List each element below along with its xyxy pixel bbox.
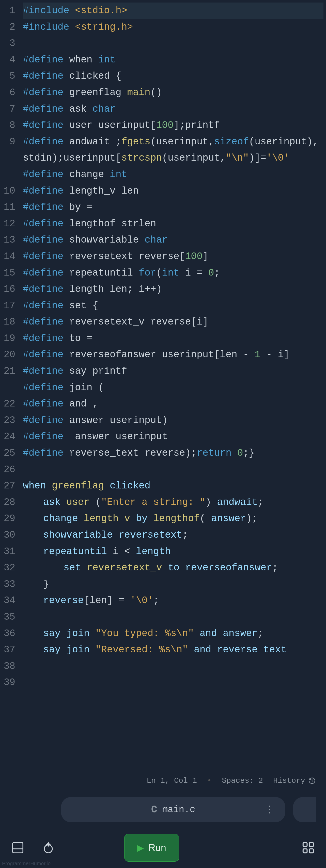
line-number: 30	[0, 527, 15, 544]
code-line[interactable]: #define when int	[23, 52, 323, 68]
code-line[interactable]: #define length_v len	[23, 183, 323, 199]
line-number: 38	[0, 658, 15, 675]
line-number: 4	[0, 52, 15, 68]
line-number: 39	[0, 674, 15, 707]
apps-grid-icon[interactable]	[301, 840, 316, 855]
history-button[interactable]: History	[273, 776, 316, 785]
svg-rect-4	[309, 843, 314, 847]
line-number: 2	[0, 19, 15, 35]
watermark: ProgrammerHumor.io	[2, 861, 51, 866]
tab-bar: C main.c ⋮	[0, 792, 326, 828]
line-number: 7	[0, 101, 15, 118]
code-line[interactable]: repeatuntil i < length	[23, 544, 323, 560]
ai-sparkle-icon[interactable]	[40, 840, 56, 855]
line-number: 14	[0, 248, 15, 265]
code-line[interactable]: }	[23, 576, 323, 593]
history-icon	[308, 777, 316, 784]
tab-filename: main.c	[162, 805, 195, 815]
code-line[interactable]: #define reverse_text reverse);return 0;}	[23, 445, 323, 462]
code-line[interactable]: #define reversetext_v reverse[i]	[23, 314, 323, 330]
line-number: 28	[0, 494, 15, 511]
code-line[interactable]	[23, 462, 323, 478]
code-line[interactable]: #include <string.h>	[23, 19, 323, 35]
line-number: 18	[0, 314, 15, 330]
code-line[interactable]: #define to =	[23, 330, 323, 347]
code-line[interactable]: #define and ,	[23, 396, 323, 412]
next-tab-stub[interactable]	[293, 797, 316, 822]
line-number: 17	[0, 298, 15, 314]
line-number: 10	[0, 183, 15, 199]
code-line[interactable]: #define ask char	[23, 101, 323, 118]
panel-layout-icon[interactable]	[10, 840, 25, 855]
code-line[interactable]: #include <stdio.h>	[23, 3, 323, 19]
line-number: 13	[0, 232, 15, 248]
line-number: 3	[0, 35, 15, 52]
code-line[interactable]: showvariable reversetext;	[23, 527, 323, 544]
code-line[interactable]: #define andwait ;fgets(userinput,sizeof(…	[23, 134, 323, 166]
line-number: 20	[0, 347, 15, 363]
line-number: 32	[0, 560, 15, 576]
file-tab-main[interactable]: C main.c ⋮	[61, 797, 286, 822]
code-line[interactable]: #define reverseofanswer userinput[len - …	[23, 347, 323, 363]
c-language-icon: C	[151, 804, 157, 815]
code-line[interactable]: when greenflag clicked	[23, 478, 323, 494]
code-line[interactable]: reverse[len] = '\0';	[23, 592, 323, 609]
line-number: 37	[0, 642, 15, 658]
code-line[interactable]: #define _answer userinput	[23, 429, 323, 445]
line-number: 34	[0, 592, 15, 609]
run-label: Run	[148, 842, 166, 853]
code-line[interactable]: ask user ("Enter a string: ") andwait;	[23, 494, 323, 511]
code-line[interactable]: #define lengthof strlen	[23, 216, 323, 232]
code-line[interactable]	[23, 609, 323, 625]
status-bar: Ln 1, Col 1 • Spaces: 2 History	[0, 769, 326, 792]
line-number: 36	[0, 625, 15, 642]
code-content[interactable]: #include <stdio.h>#include <string.h> #d…	[23, 3, 326, 769]
line-number: 33	[0, 576, 15, 593]
line-number: 1	[0, 3, 15, 19]
code-editor[interactable]: 1234567891011121314151617181920212223242…	[0, 0, 326, 769]
line-number: 25	[0, 445, 15, 462]
line-number: 22	[0, 396, 15, 412]
run-button[interactable]: ▶ Run	[124, 834, 179, 862]
code-line[interactable]: #define user userinput[100];printf	[23, 117, 323, 134]
svg-rect-6	[309, 849, 314, 853]
line-number: 21	[0, 363, 15, 396]
separator: •	[207, 776, 212, 785]
cursor-position[interactable]: Ln 1, Col 1	[146, 776, 197, 785]
line-number: 31	[0, 544, 15, 560]
line-number: 35	[0, 609, 15, 625]
line-number: 16	[0, 281, 15, 298]
svg-rect-0	[13, 843, 23, 853]
code-line[interactable]: #define showvariable char	[23, 232, 323, 248]
indent-setting[interactable]: Spaces: 2	[222, 776, 263, 785]
line-number: 27	[0, 478, 15, 494]
line-number: 23	[0, 412, 15, 429]
code-line[interactable]: #define change int	[23, 166, 323, 183]
line-number: 29	[0, 510, 15, 527]
code-line[interactable]: #define reversetext reverse[100]	[23, 248, 323, 265]
line-number: 5	[0, 68, 15, 85]
code-line[interactable]: #define repeatuntil for(int i = 0;	[23, 265, 323, 281]
play-icon: ▶	[137, 843, 144, 853]
code-line[interactable]: set reversetext_v to reverseofanswer;	[23, 560, 323, 576]
code-line[interactable]: #define clicked {	[23, 68, 323, 85]
code-line[interactable]: #define by =	[23, 199, 323, 216]
line-number: 26	[0, 462, 15, 478]
tab-menu-icon[interactable]: ⋮	[265, 804, 275, 815]
code-line[interactable]: #define say printf	[23, 363, 323, 379]
code-line[interactable]: #define join (	[23, 379, 323, 396]
line-number: 6	[0, 85, 15, 101]
code-line[interactable]: #define length len; i++)	[23, 281, 323, 298]
code-line[interactable]: #define answer userinput)	[23, 412, 323, 429]
code-line[interactable]: change length_v by lengthof(_answer);	[23, 510, 323, 527]
svg-rect-3	[303, 843, 307, 847]
line-number: 12	[0, 216, 15, 232]
line-number: 11	[0, 199, 15, 216]
code-line[interactable]: #define greenflag main()	[23, 85, 323, 101]
line-number-gutter: 1234567891011121314151617181920212223242…	[0, 3, 23, 769]
code-line[interactable]: #define set {	[23, 298, 323, 314]
code-line[interactable]: say join "You typed: %s\n" and answer;	[23, 625, 323, 642]
code-line[interactable]	[23, 35, 323, 52]
line-number: 24	[0, 429, 15, 445]
code-line[interactable]: say join "Reversed: %s\n" and reverse_te…	[23, 642, 323, 658]
